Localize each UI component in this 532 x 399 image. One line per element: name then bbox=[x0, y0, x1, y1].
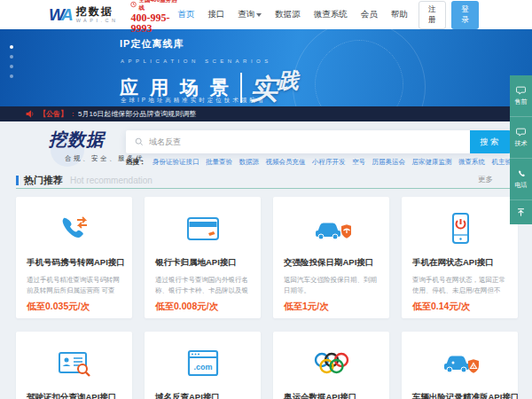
logo-name: 挖数据 bbox=[76, 6, 119, 17]
site-logo[interactable]: WA 挖数据 WAPI.CN bbox=[49, 5, 118, 25]
svg-text:.com: .com bbox=[193, 363, 212, 372]
card-phone-status[interactable]: 手机在网状态API接口 查询手机号在网状态，返回正常使用、停机、未启用/在网但不… bbox=[402, 197, 518, 318]
card-desc: 通过手机号精准查询该号码转网前及转网后所归属运营商 可查询号码是否为虚拟手机..… bbox=[27, 275, 121, 295]
login-button[interactable]: 登录 bbox=[451, 1, 479, 29]
search-bar: 搜索 bbox=[126, 130, 511, 153]
api-cards-grid: 手机号码携号转网API接口 通过手机号精准查询该号码转网前及转网后所归属运营商 … bbox=[16, 197, 518, 399]
card-price: 低至0.14元/次 bbox=[412, 301, 507, 313]
card-desc: 通过银行卡号查询国内外银行名称、银行卡卡种、卡品牌以及银行卡发卡省份和城市... bbox=[155, 275, 250, 295]
card-title: 域名反查API接口 bbox=[155, 392, 250, 399]
card-price: 低至1元/次 bbox=[284, 301, 379, 313]
float-contact-bar: 售前 技术 电话 bbox=[510, 75, 532, 224]
chat-bubble-icon bbox=[516, 128, 526, 137]
chat-bubble-icon bbox=[516, 86, 526, 95]
card-bank-card[interactable]: 银行卡归属地API接口 通过银行卡号查询国内外银行名称、银行卡卡种、卡品牌以及银… bbox=[145, 197, 261, 318]
search-brand: 挖数据 合规、安全、服务优 bbox=[49, 128, 145, 163]
speaker-icon bbox=[25, 109, 35, 119]
card-phone-transfer[interactable]: 手机号码携号转网API接口 通过手机号精准查询该号码转网前及转网后所归属运营商 … bbox=[16, 197, 132, 318]
main-nav: 首页 接口 查询 数据源 微查系统 会员 帮助 bbox=[177, 9, 408, 20]
hero-banner[interactable]: IP定位离线库 APPLICATION SCENARIOS 应用场景 实践 全球… bbox=[0, 29, 532, 106]
more-link[interactable]: 更多 bbox=[478, 175, 493, 185]
nav-item-help[interactable]: 帮助 bbox=[391, 9, 408, 20]
card-title: 车辆出险记录精准版API接口 bbox=[412, 392, 507, 399]
hot-link-datasource[interactable]: 数据源 bbox=[239, 158, 260, 167]
driver-license-icon bbox=[16, 343, 132, 384]
card-desc: 查询手机号在网状态，返回正常使用、停机、未启用/在网但不可用、不在网（销号... bbox=[412, 275, 507, 295]
nav-item-datasource[interactable]: 数据源 bbox=[275, 9, 301, 20]
section-bar-decoration bbox=[16, 176, 19, 185]
card-desc: 返回汽车交强险投保日期、到期日期等。 bbox=[284, 275, 379, 295]
chevron-down-icon bbox=[256, 13, 262, 17]
hot-link-idcard[interactable]: 身份证验证接口 bbox=[153, 158, 200, 167]
banner-slogan: 全球IP地址高精准实时定位技术领航者 bbox=[121, 97, 266, 105]
hot-link-batch[interactable]: 批量查验 bbox=[206, 158, 232, 167]
carousel-dot[interactable] bbox=[10, 74, 13, 78]
card-domain-lookup[interactable]: .com 域名反查API接口 bbox=[145, 332, 261, 399]
carousel-dot[interactable] bbox=[10, 65, 13, 68]
announcement-bar[interactable]: 【公告】 ： 5月16日起维保部分品牌查询规则调整 bbox=[0, 106, 532, 121]
carousel-dot[interactable] bbox=[10, 55, 13, 59]
brand-name: 挖数据 bbox=[49, 128, 145, 152]
presales-contact-button[interactable]: 售前 bbox=[510, 75, 532, 117]
car-insurance-icon bbox=[273, 208, 389, 249]
header: WA 挖数据 WAPI.CN 全国400服务热线 400-995-9993 首页… bbox=[0, 0, 532, 29]
banner-en-subtitle: APPLICATION SCENARIOS bbox=[121, 59, 272, 64]
card-driver-license[interactable]: 驾驶证扣分查询API接口 bbox=[16, 332, 132, 399]
phone-circle-icon bbox=[130, 1, 137, 8]
phone-contact-button[interactable]: 电话 bbox=[510, 159, 532, 200]
banner-product-title: IP定位离线库 bbox=[120, 37, 184, 51]
hot-link-video-vip[interactable]: 视频会员充值 bbox=[266, 158, 306, 167]
carousel-dot[interactable] bbox=[10, 45, 13, 49]
hot-link-miniprogram[interactable]: 小程序开发 bbox=[312, 158, 346, 167]
phone-transfer-icon bbox=[16, 208, 132, 249]
nav-item-api[interactable]: 接口 bbox=[207, 9, 224, 20]
nav-item-member[interactable]: 会员 bbox=[361, 9, 378, 20]
back-to-top-icon bbox=[516, 207, 526, 217]
card-title: 交强险投保日期API接口 bbox=[284, 257, 379, 269]
hotline-label: 全国400服务热线 bbox=[138, 0, 177, 12]
tech-support-button[interactable]: 技术 bbox=[510, 117, 532, 159]
domain-icon: .com bbox=[145, 343, 261, 384]
card-price: 低至0.008元/次 bbox=[155, 301, 250, 313]
hot-link-home-health[interactable]: 居家健康监测 bbox=[412, 158, 452, 167]
card-price: 低至0.035元/次 bbox=[27, 301, 121, 313]
announcement-text[interactable]: 5月16日起维保部分品牌查询规则调整 bbox=[78, 109, 196, 119]
phone-icon bbox=[517, 169, 526, 178]
search-button[interactable]: 搜索 bbox=[470, 130, 511, 153]
logo-domain: WAPI.CN bbox=[76, 18, 119, 23]
logo-wa-icon: WA bbox=[49, 5, 71, 25]
card-title: 手机在网状态API接口 bbox=[412, 257, 507, 269]
card-car-accident[interactable]: 车辆出险记录精准版API接口 bbox=[402, 332, 518, 399]
search-input[interactable] bbox=[149, 137, 461, 146]
carousel-dots bbox=[10, 45, 13, 78]
hot-search-row: 热搜： 身份证验证接口 批量查验 数据源 视频会员充值 小程序开发 空号 历届奥… bbox=[126, 158, 516, 167]
card-car-insurance[interactable]: 交强险投保日期API接口 返回汽车交强险投保日期、到期日期等。 低至1元/次 bbox=[273, 197, 389, 318]
register-button[interactable]: 注册 bbox=[419, 1, 446, 29]
card-title: 驾驶证扣分查询API接口 bbox=[27, 392, 121, 399]
hotline-number: 400-995-9993 bbox=[130, 12, 177, 34]
back-to-top-button[interactable] bbox=[510, 200, 532, 224]
hot-link-wecheck[interactable]: 微查系统 bbox=[458, 158, 485, 167]
section-subtitle: Hot recommendation bbox=[70, 176, 153, 185]
announcement-tag: 【公告】 bbox=[39, 109, 67, 119]
section-title: 热门推荐 bbox=[24, 174, 63, 187]
bank-card-icon bbox=[145, 208, 261, 249]
hot-link-empty-number[interactable]: 空号 bbox=[352, 158, 365, 167]
nav-item-home[interactable]: 首页 bbox=[177, 9, 194, 20]
phone-status-icon bbox=[402, 208, 518, 249]
card-title: 手机号码携号转网API接口 bbox=[27, 257, 121, 269]
hot-link-olympics[interactable]: 历届奥运会 bbox=[372, 158, 406, 167]
card-title: 银行卡归属地API接口 bbox=[155, 257, 250, 269]
card-title: 奥运会数据API接口 bbox=[284, 392, 379, 399]
nav-item-wecheck[interactable]: 微查系统 bbox=[314, 9, 348, 20]
card-olympics-data[interactable]: 奥运会数据API接口 bbox=[273, 332, 389, 399]
hotline: 全国400服务热线 400-995-9993 bbox=[130, 0, 177, 34]
brand-tagline: 合规、安全、服务优 bbox=[65, 154, 145, 163]
car-accident-icon bbox=[402, 343, 518, 384]
hot-recommendation-header: 热门推荐 Hot recommendation 更多 bbox=[16, 172, 518, 189]
nav-item-query[interactable]: 查询 bbox=[238, 9, 262, 20]
olympic-rings-icon bbox=[273, 343, 389, 384]
